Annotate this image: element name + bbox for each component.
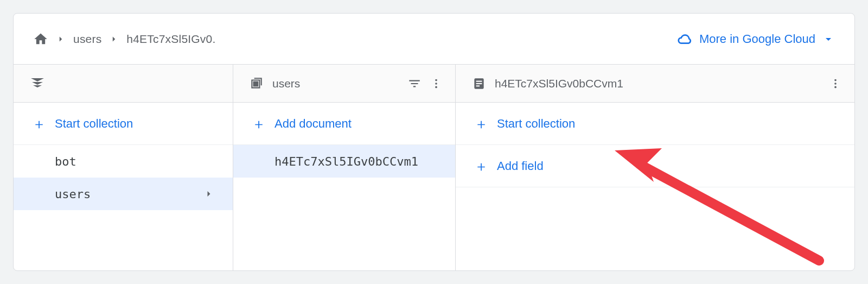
collection-item-users[interactable]: users — [14, 178, 233, 210]
more-in-google-cloud-link[interactable]: More in Google Cloud — [676, 31, 835, 47]
more-vert-icon[interactable] — [829, 78, 841, 90]
chevron-right-icon — [109, 34, 119, 44]
svg-point-3 — [435, 86, 437, 88]
plus-icon: ＋ — [474, 117, 488, 131]
root-column-header — [14, 65, 233, 103]
root-column: ＋ Start collection bot users — [14, 65, 233, 270]
breadcrumb-bar: users h4ETc7xSl5IGv0. More in Google Clo… — [14, 14, 854, 65]
database-root-icon — [30, 77, 45, 90]
collection-title: users — [272, 77, 399, 90]
svg-rect-7 — [476, 85, 480, 86]
breadcrumb-item-document[interactable]: h4ETc7xSl5IGv0. — [126, 33, 215, 46]
start-collection-button[interactable]: ＋ Start collection — [14, 103, 233, 145]
chevron-right-icon — [56, 34, 66, 44]
document-column: h4ETc7xSl5IGv0bCCvm1 ＋ Start collection … — [456, 65, 854, 270]
add-field-label: Add field — [497, 159, 544, 173]
collection-item-bot[interactable]: bot — [14, 145, 233, 178]
document-item[interactable]: h4ETc7xSl5IGv0bCCvm1 — [233, 145, 455, 178]
plus-icon: ＋ — [32, 117, 46, 131]
more-cloud-label: More in Google Cloud — [699, 32, 815, 46]
document-column-header: h4ETc7xSl5IGv0bCCvm1 — [456, 65, 854, 103]
svg-point-1 — [435, 79, 437, 81]
collection-label: users — [55, 187, 91, 201]
add-document-button[interactable]: ＋ Add document — [233, 103, 455, 145]
add-document-label: Add document — [275, 117, 352, 131]
documents-column-header: users — [233, 65, 455, 103]
svg-point-8 — [834, 79, 837, 81]
breadcrumb-item-collection[interactable]: users — [73, 33, 101, 46]
svg-rect-0 — [253, 81, 259, 86]
add-field-button[interactable]: ＋ Add field — [456, 145, 854, 187]
chevron-down-icon — [822, 33, 835, 46]
more-vert-icon[interactable] — [430, 78, 442, 90]
plus-icon: ＋ — [474, 159, 488, 173]
svg-point-9 — [834, 83, 837, 85]
start-collection-label: Start collection — [55, 117, 133, 131]
svg-rect-6 — [476, 83, 482, 84]
filter-icon[interactable] — [407, 77, 422, 91]
chevron-right-icon — [203, 188, 214, 199]
breadcrumb: users h4ETc7xSl5IGv0. — [33, 31, 676, 47]
plus-icon: ＋ — [252, 117, 266, 131]
documents-column: users ＋ Add document h4ETc7xSl5IGv0bCCvm… — [233, 65, 456, 270]
firestore-panel: users h4ETc7xSl5IGv0. More in Google Clo… — [13, 13, 855, 271]
document-icon — [472, 77, 486, 91]
start-subcollection-button[interactable]: ＋ Start collection — [456, 103, 854, 145]
home-icon[interactable] — [33, 31, 48, 47]
document-id-label: h4ETc7xSl5IGv0bCCvm1 — [275, 155, 418, 168]
collection-icon — [250, 77, 264, 91]
svg-point-2 — [435, 83, 437, 85]
svg-point-10 — [834, 86, 837, 88]
columns: ＋ Start collection bot users users — [14, 65, 854, 270]
svg-rect-5 — [476, 80, 482, 81]
cloud-icon — [676, 31, 693, 47]
collection-label: bot — [55, 155, 76, 168]
start-subcollection-label: Start collection — [497, 117, 575, 131]
document-title: h4ETc7xSl5IGv0bCCvm1 — [495, 77, 821, 90]
